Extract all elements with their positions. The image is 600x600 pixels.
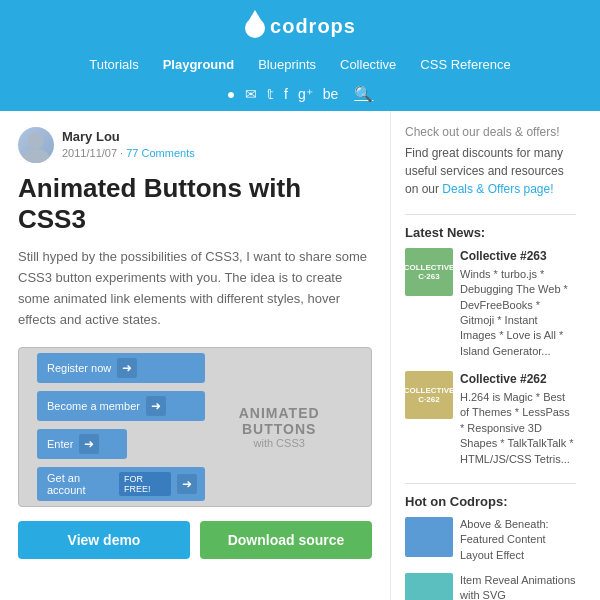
latest-news-title: Latest News:: [405, 225, 576, 240]
news-thumb-262: COLLECTIVEC·262: [405, 371, 453, 419]
sidebar-latest-news: Latest News: COLLECTIVEC·263 Collective …: [405, 225, 576, 467]
action-buttons: View demo Download source: [18, 521, 372, 559]
demo-big-label: ANIMATED BUTTONS: [205, 405, 353, 437]
svg-point-3: [22, 149, 50, 163]
demo-buttons-list: Register now ➜ Become a member ➜ Enter ➜…: [37, 353, 205, 501]
site-logo[interactable]: codrops: [244, 10, 356, 43]
tag-label: FOR FREE!: [119, 472, 171, 496]
hot-text-2: Item Reveal Animations with SVG: [460, 573, 576, 600]
author-date: 2011/11/07: [62, 147, 117, 159]
svg-point-2: [28, 133, 44, 149]
behance-icon[interactable]: be: [323, 86, 339, 102]
deals-link[interactable]: Deals & Offers page!: [442, 182, 553, 196]
arrow-icon: ➜: [146, 396, 166, 416]
search-icon[interactable]: 🔍: [354, 85, 373, 103]
sidebar-divider-2: [405, 483, 576, 484]
news-text-262: Collective #262 H.264 is Magic * Best of…: [460, 371, 576, 467]
hot-item-1: Above & Beneath: Featured Content Layout…: [405, 517, 576, 563]
author-meta: 2011/11/07 · 77 Comments: [62, 146, 195, 161]
demo-btn-enter-label: Enter: [47, 438, 73, 450]
post-excerpt: Still hyped by the possibilities of CSS3…: [18, 247, 372, 330]
deals-text: Find great discounts for many useful ser…: [405, 144, 576, 198]
avatar: [18, 127, 54, 163]
hot-item-2: Item Reveal Animations with SVG: [405, 573, 576, 600]
view-demo-button[interactable]: View demo: [18, 521, 190, 559]
news-content-263: Winds * turbo.js * Debugging The Web * D…: [460, 268, 568, 357]
news-content-262: H.264 is Magic * Best of Themes * LessPa…: [460, 391, 574, 465]
hot-title: Hot on Codrops:: [405, 494, 576, 509]
sidebar-divider-1: [405, 214, 576, 215]
demo-btn-account-label: Get an account: [47, 472, 113, 496]
demo-label: ANIMATED BUTTONS with CSS3: [205, 405, 353, 449]
nav-css-reference[interactable]: CSS Reference: [420, 57, 510, 72]
download-source-button[interactable]: Download source: [200, 521, 372, 559]
nav-collective[interactable]: Collective: [340, 57, 396, 72]
news-thumb-label-263: COLLECTIVEC·263: [405, 261, 453, 283]
author-name: Mary Lou: [62, 128, 195, 146]
news-thumb-263: COLLECTIVEC·263: [405, 248, 453, 296]
main-nav: Tutorials Playground Blueprints Collecti…: [0, 51, 600, 80]
rss-icon[interactable]: ●: [227, 86, 235, 102]
logo-bar: codrops: [0, 0, 600, 51]
demo-btn-member-label: Become a member: [47, 400, 140, 412]
hot-thumb-2: [405, 573, 453, 600]
author-row: Mary Lou 2011/11/07 · 77 Comments: [18, 127, 372, 163]
demo-btn-register-label: Register now: [47, 362, 111, 374]
comments-link[interactable]: 77 Comments: [126, 147, 194, 159]
news-title-262: Collective #262: [460, 371, 576, 388]
news-item-263: COLLECTIVEC·263 Collective #263 Winds * …: [405, 248, 576, 359]
nav-tutorials[interactable]: Tutorials: [89, 57, 138, 72]
sidebar-deals: Check out our deals & offers! Find great…: [405, 125, 576, 198]
avatar-image: [18, 127, 54, 163]
site-header: codrops Tutorials Playground Blueprints …: [0, 0, 600, 111]
news-text-263: Collective #263 Winds * turbo.js * Debug…: [460, 248, 576, 359]
googleplus-icon[interactable]: g⁺: [298, 86, 313, 102]
article-content: Mary Lou 2011/11/07 · 77 Comments Animat…: [0, 111, 390, 600]
news-thumb-label-262: COLLECTIVEC·262: [405, 384, 453, 406]
arrow-icon: ➜: [117, 358, 137, 378]
demo-small-label: with CSS3: [205, 437, 353, 449]
email-icon[interactable]: ✉: [245, 86, 257, 102]
svg-marker-1: [249, 10, 261, 20]
arrow-icon: ➜: [177, 474, 197, 494]
author-info: Mary Lou 2011/11/07 · 77 Comments: [62, 128, 195, 162]
logo-drop-icon: [244, 10, 266, 43]
main-content: Mary Lou 2011/11/07 · 77 Comments Animat…: [0, 111, 600, 600]
news-title-263: Collective #263: [460, 248, 576, 265]
sidebar-hot: Hot on Codrops: Above & Beneath: Feature…: [405, 494, 576, 600]
arrow-icon: ➜: [79, 434, 99, 454]
sidebar: Check out our deals & offers! Find great…: [390, 111, 590, 600]
hot-text-1: Above & Beneath: Featured Content Layout…: [460, 517, 576, 563]
demo-preview: Register now ➜ Become a member ➜ Enter ➜…: [18, 347, 372, 507]
svg-point-0: [245, 18, 265, 38]
logo-text: codrops: [270, 15, 356, 38]
demo-btn-member[interactable]: Become a member ➜: [37, 391, 205, 421]
demo-btn-enter[interactable]: Enter ➜: [37, 429, 127, 459]
twitter-icon[interactable]: 𝕥: [267, 86, 274, 102]
nav-blueprints[interactable]: Blueprints: [258, 57, 316, 72]
deals-header: Check out our deals & offers!: [405, 125, 576, 139]
demo-btn-account[interactable]: Get an account FOR FREE! ➜: [37, 467, 205, 501]
nav-playground[interactable]: Playground: [163, 57, 235, 72]
post-title: Animated Buttons with CSS3: [18, 173, 372, 235]
facebook-icon[interactable]: f: [284, 86, 288, 102]
news-item-262: COLLECTIVEC·262 Collective #262 H.264 is…: [405, 371, 576, 467]
hot-thumb-1: [405, 517, 453, 557]
demo-btn-register[interactable]: Register now ➜: [37, 353, 205, 383]
social-bar: ● ✉ 𝕥 f g⁺ be 🔍: [0, 80, 600, 111]
